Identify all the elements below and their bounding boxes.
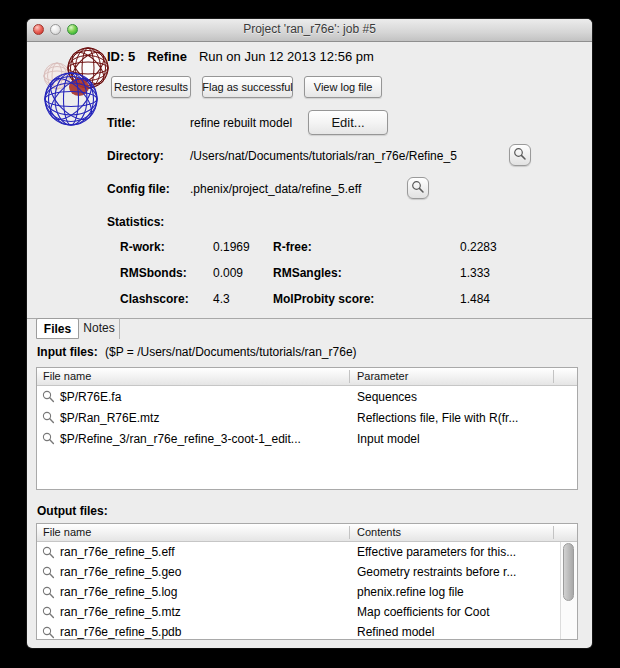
browse-directory-button[interactable] [509,144,531,166]
restore-results-button[interactable]: Restore results [111,76,191,98]
file-table-row[interactable]: ran_r76e_refine_5.geo Geometry restraint… [37,562,577,582]
file-name-text: $P/Refine_3/ran_r76e_refine_3-coot-1_edi… [60,432,301,446]
magnifier-icon [42,411,55,424]
file-table-row[interactable]: $P/R76E.fa Sequences [37,386,577,407]
magnifier-icon [513,147,527,164]
input-table-body: $P/R76E.fa Sequences $P/Ran_R76E.mtz Ref… [37,386,577,489]
window-titlebar[interactable]: Project 'ran_r76e': job #5 [27,19,592,42]
file-name-text: ran_r76e_refine_5.mtz [60,605,181,619]
file-description-cell: phenix.refine log file [357,582,553,602]
tab-notes[interactable]: Notes [79,318,120,339]
file-table-row[interactable]: ran_r76e_refine_5.log phenix.refine log … [37,582,577,602]
file-name-cell: $P/Ran_R76E.mtz [42,407,345,428]
directory-label: Directory: [107,149,164,163]
stat-value-rmsbonds: 0.009 [213,266,243,280]
output-files-label: Output files: [37,504,108,518]
job-header-line: ID: 5 Refine Run on Jun 12 2013 12:56 pm [107,49,374,64]
column-divider[interactable] [553,526,554,539]
file-name-cell: ran_r76e_refine_5.log [42,582,345,602]
output-table-header: File name Contents [37,524,577,542]
stat-row: R-work: 0.1969 R-free: 0.2283 [27,240,592,255]
file-description-cell: Refined model [357,622,553,639]
job-id: ID: 5 [107,49,135,64]
file-description-cell: Map coefficients for Coot [357,602,553,622]
magnifier-icon [42,626,55,639]
file-name-cell: ran_r76e_refine_5.eff [42,542,345,562]
column-header-contents: Contents [357,524,401,541]
desktop: { "window": { "title": "Project 'ran_r76… [0,0,620,668]
title-label: Title: [107,116,135,130]
column-header-file-name: File name [43,368,91,385]
file-description-cell: Sequences [357,386,553,407]
input-files-label: Input files: [37,345,98,359]
zoom-button[interactable] [67,24,78,35]
file-description-cell: Effective parameters for this... [357,542,553,562]
file-name-text: ran_r76e_refine_5.eff [60,545,175,559]
view-log-button[interactable]: View log file [304,76,382,98]
stat-row: RMSbonds: 0.009 RMSangles: 1.333 [27,266,592,281]
stat-label-molprobity: MolProbity score: [273,292,374,306]
stat-label-r-free: R-free: [273,240,312,254]
file-name-cell: $P/Refine_3/ran_r76e_refine_3-coot-1_edi… [42,428,345,449]
stat-label-rmsangles: RMSangles: [273,266,342,280]
magnifier-icon [42,566,55,579]
file-table-row[interactable]: $P/Ran_R76E.mtz Reflections file, File w… [37,407,577,428]
file-name-text: ran_r76e_refine_5.log [60,585,177,599]
job-run-info: Run on Jun 12 2013 12:56 pm [199,49,374,64]
scrollbar-thumb[interactable] [563,543,574,601]
file-name-text: $P/R76E.fa [60,390,121,404]
close-button[interactable] [33,24,44,35]
window-title: Project 'ran_r76e': job #5 [97,19,522,40]
job-detail-window: Project 'ran_r76e': job #5 [27,19,592,648]
column-divider[interactable] [553,370,554,383]
output-table-scrollbar[interactable] [560,541,577,639]
magnifier-icon [42,432,55,445]
file-name-text: $P/Ran_R76E.mtz [60,411,159,425]
stat-row: Clashscore: 4.3 MolProbity score: 1.484 [27,292,592,307]
file-description-cell: Geometry restraints before r... [357,562,553,582]
tab-files[interactable]: Files [36,318,79,339]
file-description-cell: Input model [357,428,553,449]
file-description-cell: Reflections file, File with R(fr... [357,407,553,428]
file-name-text: ran_r76e_refine_5.pdb [60,625,181,639]
minimize-button[interactable] [50,24,61,35]
stat-value-clashscore: 4.3 [213,292,230,306]
input-files-path-note: ($P = /Users/nat/Documents/tutorials/ran… [105,345,357,359]
column-header-file-name: File name [43,524,91,541]
file-name-cell: ran_r76e_refine_5.pdb [42,622,345,639]
magnifier-icon [42,586,55,599]
config-file-value: .phenix/project_data/refine_5.eff [190,182,361,196]
output-table-body: ran_r76e_refine_5.eff Effective paramete… [37,542,577,639]
stat-label-r-work: R-work: [120,240,165,254]
file-name-cell: $P/R76E.fa [42,386,345,407]
file-table-row[interactable]: $P/Refine_3/ran_r76e_refine_3-coot-1_edi… [37,428,577,449]
output-files-table: File name Contents ran_r76e_refine_5.eff… [36,523,578,640]
edit-title-button[interactable]: Edit... [308,110,388,135]
file-name-cell: ran_r76e_refine_5.geo [42,562,345,582]
flag-successful-button[interactable]: Flag as successful [202,76,293,98]
column-divider[interactable] [349,526,350,539]
title-value: refine rebuilt model [190,116,292,130]
column-divider[interactable] [349,370,350,383]
file-table-row[interactable]: ran_r76e_refine_5.eff Effective paramete… [37,542,577,562]
directory-value: /Users/nat/Documents/tutorials/ran_r76e/… [190,149,457,163]
file-table-row[interactable]: ran_r76e_refine_5.mtz Map coefficients f… [37,602,577,622]
magnifier-icon [42,390,55,403]
job-type: Refine [147,49,187,64]
config-file-label: Config file: [107,182,170,196]
stat-value-r-work: 0.1969 [213,240,250,254]
input-table-header: File name Parameter [37,368,577,386]
stat-value-r-free: 0.2283 [460,240,497,254]
browse-config-button[interactable] [407,177,429,199]
magnifier-icon [411,180,425,197]
file-table-row[interactable]: ran_r76e_refine_5.pdb Refined model [37,622,577,639]
magnifier-icon [42,546,55,559]
file-name-cell: ran_r76e_refine_5.mtz [42,602,345,622]
file-name-text: ran_r76e_refine_5.geo [60,565,181,579]
magnifier-icon [42,606,55,619]
job-actions: Restore results Flag as successful View … [111,76,382,98]
column-header-parameter: Parameter [357,368,408,385]
stat-label-clashscore: Clashscore: [120,292,189,306]
stat-value-rmsangles: 1.333 [460,266,490,280]
stat-label-rmsbonds: RMSbonds: [120,266,187,280]
